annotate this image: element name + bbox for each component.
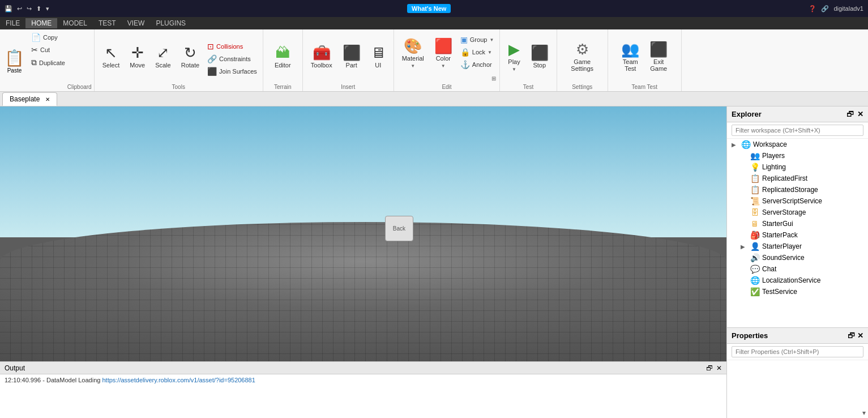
toolbox-button[interactable]: 🧰 Toolbox <box>306 37 337 76</box>
starter-gui-icon: 🖥 <box>750 219 760 228</box>
localization-label: LocalizationService <box>762 276 820 284</box>
redo-icon[interactable]: ↪ <box>27 5 32 12</box>
output-close-icon[interactable]: ✕ <box>716 364 722 372</box>
menu-view[interactable]: VIEW <box>122 18 151 28</box>
tree-item-chat[interactable]: 💬 Chat <box>727 263 868 275</box>
color-button[interactable]: 🟥 Color ▼ <box>430 32 457 75</box>
tree-item-sound-service[interactable]: 🔊 SoundService <box>727 252 868 263</box>
tools-group: ↖ Select ✛ Move ⤢ Scale ↻ Rotate ⊡ Colli… <box>95 29 263 91</box>
explorer-filter-input[interactable] <box>732 125 863 136</box>
expand-button[interactable]: ⊞ <box>491 75 496 82</box>
share-icon[interactable]: 🔗 <box>821 5 829 12</box>
copy-button[interactable]: 📄 Copy <box>29 32 67 43</box>
team-test-button[interactable]: 👥 TeamTest <box>617 37 644 76</box>
rotate-button[interactable]: ↻ Rotate <box>177 37 204 76</box>
settings-label: Settings <box>572 82 592 90</box>
duplicate-button[interactable]: ⧉ Duplicate <box>29 57 67 69</box>
clipboard-left: 📋 Paste <box>2 32 27 90</box>
help-icon[interactable]: ❓ <box>809 5 816 12</box>
menu-model[interactable]: MODEL <box>57 18 93 28</box>
username: digitaladv1 <box>833 5 863 12</box>
menu-test[interactable]: TEST <box>93 18 122 28</box>
output-title: Output <box>5 364 25 372</box>
tree-item-server-storage[interactable]: 🗄 ServerStorage <box>727 207 868 218</box>
tree-item-starter-gui[interactable]: 🖥 StarterGui <box>727 218 868 229</box>
tree-item-replicated-first[interactable]: 📋 ReplicatedFirst <box>727 173 868 184</box>
exit-game-button[interactable]: ⬛ ExitGame <box>645 37 672 76</box>
tab-close-icon[interactable]: ✕ <box>45 96 50 103</box>
edit-top-row: 🎨 Material ▼ 🟥 Color ▼ ▣ Group ▼ <box>397 32 497 75</box>
join-surfaces-button[interactable]: ⬛ Join Surfaces <box>205 66 259 77</box>
paste-button[interactable]: 📋 Paste <box>2 46 27 76</box>
terrain-editor-button[interactable]: 🏔 Editor <box>270 37 296 76</box>
title-left: 💾 ↩ ↪ ⬆ ▾ <box>5 5 49 12</box>
title-right: ❓ 🔗 digitaladv1 <box>809 5 863 12</box>
group-button[interactable]: ▣ Group ▼ <box>458 34 497 45</box>
replicated-storage-label: ReplicatedStorage <box>762 186 818 194</box>
part-button[interactable]: ⬛ Part <box>338 37 365 76</box>
collisions-button[interactable]: ⊡ Collisions <box>205 41 259 52</box>
select-button[interactable]: ↖ Select <box>98 37 125 76</box>
stop-button[interactable]: ⬛ Stop <box>526 37 553 76</box>
tree-item-server-script-service[interactable]: 📜 ServerScriptService <box>727 195 868 207</box>
menu-plugins[interactable]: PLUGINS <box>150 18 191 28</box>
scale-button[interactable]: ⤢ Scale <box>151 37 176 76</box>
lock-button[interactable]: 🔒 Lock ▼ <box>458 46 497 58</box>
tree-item-starter-pack[interactable]: 🎒 StarterPack <box>727 229 868 241</box>
starter-pack-icon: 🎒 <box>750 231 760 240</box>
game-settings-button[interactable]: ⚙ GameSettings <box>566 37 598 76</box>
tree-item-players[interactable]: 👥 Players <box>727 150 868 161</box>
tree-item-replicated-storage[interactable]: 📋 ReplicatedStorage <box>727 184 868 195</box>
edit-small-group: ▣ Group ▼ 🔒 Lock ▼ ⚓ Anchor <box>458 32 497 75</box>
viewport[interactable]: Back Output 🗗 ✕ 12:10:40.996 - DataModel… <box>0 106 726 418</box>
play-button[interactable]: ▶ Play ▼ <box>503 37 524 76</box>
starter-player-label: StarterPlayer <box>762 242 802 250</box>
settings-row: ⚙ GameSettings <box>566 32 598 82</box>
undo-icon[interactable]: ↩ <box>17 5 22 12</box>
menu-file[interactable]: FILE <box>0 18 25 28</box>
properties-close-icon[interactable]: ✕ <box>857 331 863 340</box>
whats-new-button[interactable]: What's New <box>407 4 451 13</box>
clipboard-right: 📄 Copy ✂ Cut ⧉ Duplicate <box>27 32 67 90</box>
players-label: Players <box>762 152 785 160</box>
anchor-button[interactable]: ⚓ Anchor <box>458 59 497 70</box>
ui-button[interactable]: 🖥 UI <box>366 37 390 76</box>
save-icon[interactable]: 💾 <box>5 5 12 12</box>
tree-item-lighting[interactable]: 💡 Lighting <box>727 161 868 173</box>
explorer-header-controls: 🗗 ✕ <box>846 110 863 118</box>
publish-icon[interactable]: ⬆ <box>36 5 41 12</box>
properties-header: Properties 🗗 ✕ <box>727 328 868 344</box>
properties-filter <box>727 344 868 360</box>
sound-service-icon: 🔊 <box>750 253 760 262</box>
properties-filter-input[interactable] <box>732 346 863 357</box>
cut-button[interactable]: ✂ Cut <box>29 44 67 56</box>
tree-item-starter-player[interactable]: ▶ 👤 StarterPlayer <box>727 241 868 252</box>
output-log-link[interactable]: https://assetdelivery.roblox.com/v1/asse… <box>102 377 255 383</box>
starter-player-icon: 👤 <box>750 242 760 251</box>
test-service-label: TestService <box>762 288 797 296</box>
right-panels: Explorer 🗗 ✕ ▶ 🌐 Workspace 👥 <box>726 106 868 418</box>
explorer-close-icon[interactable]: ✕ <box>857 110 863 118</box>
expand-row: ⊞ <box>397 75 497 82</box>
tools-small-group: ⊡ Collisions 🔗 Constraints ⬛ Join Surfac… <box>205 36 259 77</box>
explorer-minimize-icon[interactable]: 🗗 <box>846 110 854 118</box>
material-button[interactable]: 🎨 Material ▼ <box>397 32 429 75</box>
test-service-icon: ✅ <box>750 287 760 296</box>
output-minimize-icon[interactable]: 🗗 <box>706 364 713 372</box>
move-button[interactable]: ✛ Move <box>125 37 149 76</box>
edit-inner: 🎨 Material ▼ 🟥 Color ▼ ▣ Group ▼ <box>397 32 497 82</box>
properties-expand-icon[interactable]: ▾ <box>862 409 866 417</box>
dropdown-icon[interactable]: ▾ <box>46 5 49 12</box>
server-script-icon: 📜 <box>750 197 760 206</box>
tab-baseplate[interactable]: Baseplate ✕ <box>2 92 57 106</box>
tree-item-workspace[interactable]: ▶ 🌐 Workspace <box>727 139 868 150</box>
menu-home[interactable]: HOME <box>25 18 57 28</box>
tree-item-localization[interactable]: 🌐 LocalizationService <box>727 275 868 286</box>
test-row: ▶ Play ▼ ⬛ Stop <box>503 32 553 82</box>
starter-gui-label: StarterGui <box>762 220 793 228</box>
players-icon: 👥 <box>750 151 760 160</box>
tree-item-test-service[interactable]: ✅ TestService <box>727 286 868 297</box>
constraints-button[interactable]: 🔗 Constraints <box>205 53 259 65</box>
test-group: ▶ Play ▼ ⬛ Stop Test <box>500 29 557 91</box>
properties-minimize-icon[interactable]: 🗗 <box>848 331 855 340</box>
